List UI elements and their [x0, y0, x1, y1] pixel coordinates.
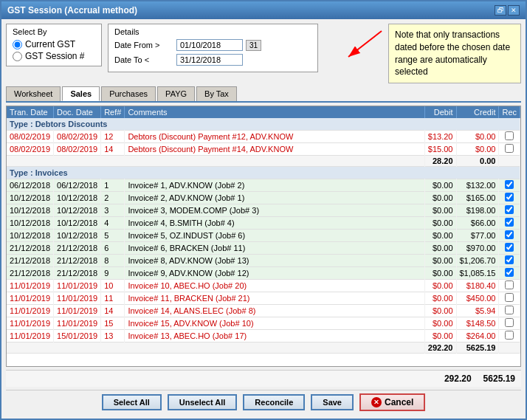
cell-comments: Invoice# 9, ADV.KNOW (Job# 12): [125, 267, 424, 280]
cell-comments: Invoice# 3, MODEM.COMP (Job# 3): [125, 204, 424, 217]
tab-bytax[interactable]: By Tax: [196, 86, 237, 101]
title-bar-buttons: 🗗 ✕: [495, 5, 520, 16]
bottom-totals: 292.20 5625.19: [6, 370, 521, 387]
table-row: 11/01/201911/01/201915Invoice# 15, ADV.K…: [7, 317, 520, 330]
reconcile-button[interactable]: Reconcile: [243, 394, 305, 410]
cell-rec[interactable]: [499, 292, 520, 305]
cell-comments: Invoice# 5, OZ.INDUST (Job# 6): [125, 230, 424, 242]
footer: Select All Unselect All Reconcile Save ✕…: [6, 390, 521, 414]
table-row: 10/12/201810/12/20183Invoice# 3, MODEM.C…: [7, 204, 520, 217]
date-to-input[interactable]: [176, 54, 243, 66]
cell-ref: 12: [101, 131, 125, 143]
cell-doc_date: 06/12/2018: [54, 179, 101, 192]
date-from-label: Date From >: [114, 41, 173, 49]
table-row: 10/12/201810/12/20184Invoice# 4, B.SMITH…: [7, 217, 520, 230]
cell-ref: 1: [101, 179, 125, 192]
select-all-button[interactable]: Select All: [102, 394, 162, 410]
cell-tran_date: 21/12/2018: [7, 267, 54, 280]
cell-rec[interactable]: [499, 330, 520, 342]
table-row: 10/12/201810/12/20182Invoice# 2, ADV.KNO…: [7, 192, 520, 204]
cell-credit: $264.00: [456, 330, 499, 342]
cell-rec[interactable]: [499, 280, 520, 292]
cell-credit: $970.00: [456, 242, 499, 255]
cell-tran_date: 10/12/2018: [7, 230, 54, 242]
group-header-1: Type : Invoices: [7, 167, 520, 179]
cell-rec[interactable]: [499, 217, 520, 230]
cell-tran_date: 10/12/2018: [7, 192, 54, 204]
unselect-all-button[interactable]: Unselect All: [168, 394, 238, 410]
cell-doc_date: 11/01/2019: [54, 317, 101, 330]
date-from-input[interactable]: [176, 39, 243, 51]
radio-current-gst[interactable]: Current GST: [13, 39, 95, 49]
top-section: Select By Current GST GST Session # Deta…: [6, 24, 521, 83]
rec-checkbox[interactable]: [505, 180, 514, 189]
group-header-label: Type : Invoices: [7, 167, 520, 179]
cell-rec[interactable]: [499, 255, 520, 267]
cell-rec[interactable]: [499, 267, 520, 280]
table-container[interactable]: Tran. Date Doc. Date Ref# Comments Debit…: [6, 106, 521, 367]
cell-rec[interactable]: [499, 230, 520, 242]
red-arrow-svg: [341, 24, 385, 68]
radio-gst-session-label: GST Session #: [25, 51, 84, 61]
cell-debit: $0.00: [424, 192, 456, 204]
details-title: Details: [114, 27, 311, 36]
rec-checkbox[interactable]: [505, 331, 514, 340]
rec-checkbox[interactable]: [505, 268, 514, 277]
select-by-box: Select By Current GST GST Session #: [6, 24, 102, 66]
select-by-title: Select By: [13, 27, 95, 36]
cell-ref: 6: [101, 242, 125, 255]
rec-checkbox[interactable]: [505, 306, 514, 314]
col-doc-date: Doc. Date: [54, 106, 101, 118]
close-button[interactable]: ✕: [508, 5, 520, 16]
rec-checkbox[interactable]: [505, 280, 514, 289]
rec-checkbox[interactable]: [505, 293, 514, 302]
cell-rec[interactable]: [499, 131, 520, 143]
cell-rec[interactable]: [499, 192, 520, 204]
rec-checkbox[interactable]: [505, 131, 514, 140]
rec-checkbox[interactable]: [505, 193, 514, 202]
cell-rec[interactable]: [499, 204, 520, 217]
rec-checkbox[interactable]: [505, 144, 514, 153]
date-from-cal-button[interactable]: 31: [246, 40, 261, 51]
rec-checkbox[interactable]: [505, 218, 514, 227]
radio-gst-session-input[interactable]: [13, 52, 22, 61]
rec-checkbox[interactable]: [505, 243, 514, 252]
rec-checkbox[interactable]: [505, 230, 514, 239]
cell-ref: 10: [101, 280, 125, 292]
cell-rec[interactable]: [499, 143, 520, 156]
rec-checkbox[interactable]: [505, 205, 514, 214]
radio-current-gst-input[interactable]: [13, 40, 22, 49]
cell-rec[interactable]: [499, 317, 520, 330]
tab-worksheet[interactable]: Worksheet: [6, 86, 61, 101]
cancel-button[interactable]: ✕ Cancel: [359, 393, 425, 411]
cell-credit: $450.00: [456, 292, 499, 305]
rec-checkbox[interactable]: [505, 318, 514, 327]
cell-ref: 15: [101, 317, 125, 330]
cell-debit: $15.00: [424, 143, 456, 156]
cell-doc_date: 11/01/2019: [54, 305, 101, 317]
cell-doc_date: 10/12/2018: [54, 217, 101, 230]
subtotal-row-0: 28.200.00: [7, 156, 520, 167]
radio-gst-session[interactable]: GST Session #: [13, 51, 95, 61]
rec-checkbox[interactable]: [505, 255, 514, 264]
cell-rec[interactable]: [499, 179, 520, 192]
tab-payg[interactable]: PAYG: [157, 86, 195, 101]
title-bar: GST Session (Accrual method) 🗗 ✕: [1, 1, 526, 19]
cell-ref: 11: [101, 292, 125, 305]
table-row: 06/12/201806/12/20181Invoice# 1, ADV.KNO…: [7, 179, 520, 192]
save-button[interactable]: Save: [311, 394, 354, 410]
table-row: 21/12/201821/12/20189Invoice# 9, ADV.KNO…: [7, 267, 520, 280]
cell-tran_date: 21/12/2018: [7, 255, 54, 267]
restore-button[interactable]: 🗗: [495, 5, 506, 16]
svg-line-1: [348, 31, 382, 57]
cell-credit: $0.00: [456, 131, 499, 143]
tab-sales[interactable]: Sales: [62, 86, 100, 101]
cell-rec[interactable]: [499, 305, 520, 317]
tab-purchases[interactable]: Purchases: [101, 86, 156, 101]
cell-doc_date: 08/02/2019: [54, 143, 101, 156]
content-area: Select By Current GST GST Session # Deta…: [1, 19, 526, 419]
cell-debit: $0.00: [424, 255, 456, 267]
details-box: Details Date From > 31 Date To <: [108, 24, 318, 72]
subtotal-credit: 5625.19: [456, 342, 499, 354]
cell-rec[interactable]: [499, 242, 520, 255]
